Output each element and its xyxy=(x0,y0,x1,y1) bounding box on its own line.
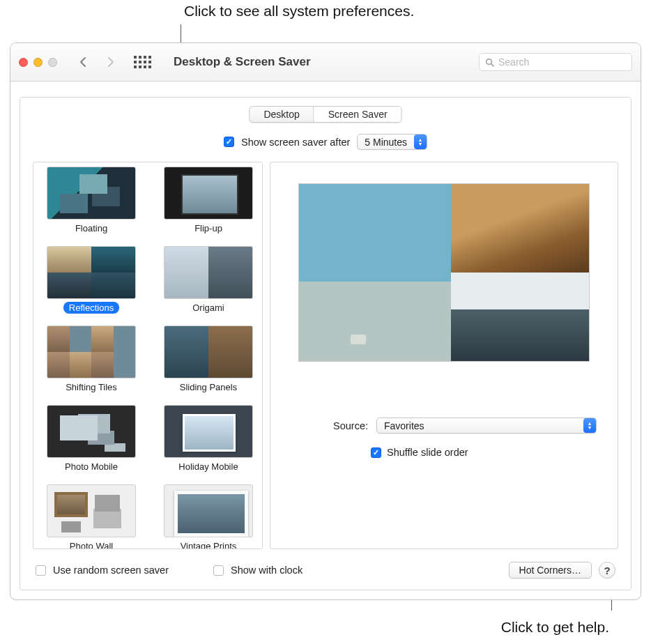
screensaver-item[interactable]: Origami xyxy=(156,246,261,324)
source-popup[interactable]: Favorites ▲▼ xyxy=(376,417,597,434)
help-button[interactable]: ? xyxy=(599,562,615,578)
screensaver-label: Photo Mobile xyxy=(59,461,123,473)
tab-screen-saver[interactable]: Screen Saver xyxy=(314,107,401,122)
show-after-value: 5 Minutes xyxy=(365,137,407,148)
window-title: Desktop & Screen Saver xyxy=(174,55,311,69)
chevron-right-icon xyxy=(107,57,114,67)
screensaver-thumb xyxy=(164,405,253,458)
screensaver-thumb xyxy=(164,325,253,378)
screensaver-thumb xyxy=(164,246,253,299)
callout-help-text: Click to get help. xyxy=(501,619,609,636)
forward-button[interactable] xyxy=(100,53,121,71)
show-after-checkbox[interactable]: ✓ xyxy=(224,137,234,147)
screensaver-item[interactable]: Reflections xyxy=(39,246,144,324)
updown-icon: ▲▼ xyxy=(583,418,596,433)
screensaver-thumb xyxy=(47,246,136,299)
source-value: Favorites xyxy=(384,420,424,431)
screensaver-thumb xyxy=(164,167,253,220)
screensaver-thumb xyxy=(47,167,136,220)
zoom-button[interactable] xyxy=(48,58,57,67)
show-after-label: Show screen saver after xyxy=(241,137,350,148)
chevron-left-icon xyxy=(79,57,86,67)
screensaver-label: Sliding Panels xyxy=(174,381,243,393)
preview-panel: Source: Favorites ▲▼ ✓ Shuffle slide ord… xyxy=(270,162,618,549)
prefs-window: Desktop & Screen Saver Desktop Screen Sa… xyxy=(10,43,641,600)
screensaver-list[interactable]: FloatingFlip-upReflectionsOrigamiShiftin… xyxy=(33,162,263,549)
screensaver-item[interactable]: Sliding Panels xyxy=(156,325,261,404)
updown-icon: ▲▼ xyxy=(414,135,427,149)
screensaver-label: Flip-up xyxy=(189,222,228,234)
screensaver-item[interactable]: Photo Mobile xyxy=(39,405,144,483)
bottom-row: Use random screen saver Show with clock … xyxy=(36,562,615,578)
screensaver-label: Reflections xyxy=(63,302,119,314)
clock-label: Show with clock xyxy=(231,565,302,576)
screensaver-label: Photo Wall xyxy=(64,540,118,549)
screensaver-item[interactable]: Flip-up xyxy=(156,167,261,245)
screensaver-item[interactable]: Shifting Tiles xyxy=(39,325,144,404)
show-all-button[interactable] xyxy=(132,54,153,70)
back-button[interactable] xyxy=(72,53,93,71)
screensaver-label: Shifting Tiles xyxy=(60,381,123,393)
random-checkbox[interactable] xyxy=(36,565,46,576)
screensaver-thumb xyxy=(47,325,136,378)
screensaver-label: Holiday Mobile xyxy=(173,461,243,473)
minimize-button[interactable] xyxy=(33,58,43,67)
screensaver-item[interactable]: Floating xyxy=(39,167,144,245)
shuffle-checkbox[interactable]: ✓ xyxy=(371,447,381,458)
random-label: Use random screen saver xyxy=(53,565,169,576)
screensaver-thumb xyxy=(47,405,136,458)
search-input[interactable] xyxy=(498,56,626,68)
screensaver-item[interactable]: Vintage Prints xyxy=(156,484,261,549)
preview-image xyxy=(298,183,590,362)
callout-grid-text: Click to see all system preferences. xyxy=(184,3,414,20)
content-pane: Desktop Screen Saver ✓ Show screen saver… xyxy=(20,97,631,590)
screensaver-item[interactable]: Photo Wall xyxy=(39,484,144,549)
search-field[interactable] xyxy=(479,53,632,71)
screensaver-item[interactable]: Holiday Mobile xyxy=(156,405,261,483)
screensaver-label: Origami xyxy=(187,302,230,314)
source-row: Source: Favorites ▲▼ xyxy=(333,417,597,434)
svg-line-1 xyxy=(491,63,494,66)
screensaver-thumb xyxy=(47,484,136,537)
titlebar: Desktop & Screen Saver xyxy=(10,43,641,82)
clock-checkbox[interactable] xyxy=(213,565,224,576)
close-button[interactable] xyxy=(19,58,28,67)
screensaver-label: Floating xyxy=(70,222,113,234)
screensaver-thumb xyxy=(164,484,253,537)
hot-corners-button[interactable]: Hot Corners… xyxy=(509,562,592,578)
search-icon xyxy=(485,58,494,67)
show-after-popup[interactable]: 5 Minutes ▲▼ xyxy=(357,134,427,150)
source-label: Source: xyxy=(333,420,368,431)
tab-segment: Desktop Screen Saver xyxy=(249,106,401,123)
show-after-row: ✓ Show screen saver after 5 Minutes ▲▼ xyxy=(20,134,631,150)
tab-desktop[interactable]: Desktop xyxy=(250,107,314,122)
shuffle-label: Shuffle slide order xyxy=(387,447,468,458)
traffic-lights xyxy=(19,58,57,67)
screensaver-label: Vintage Prints xyxy=(175,540,243,549)
shuffle-row: ✓ Shuffle slide order xyxy=(371,447,468,458)
